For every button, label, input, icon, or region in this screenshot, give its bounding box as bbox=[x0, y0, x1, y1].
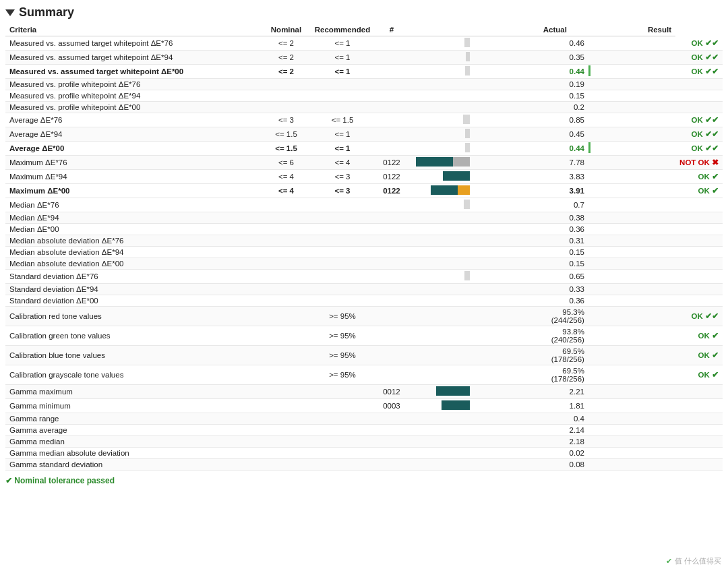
recommended-cell bbox=[310, 79, 375, 90]
recommended-cell bbox=[310, 284, 375, 295]
nominal-cell bbox=[262, 326, 310, 346]
actual-cell: 7.78 bbox=[473, 156, 587, 170]
nominal-cell bbox=[262, 448, 310, 459]
green-line-cell bbox=[587, 270, 675, 284]
bar-cell bbox=[408, 142, 472, 156]
bar-cell bbox=[408, 448, 472, 459]
bar-cell bbox=[408, 425, 472, 436]
result-cell bbox=[675, 399, 723, 413]
hash-cell bbox=[375, 459, 408, 471]
nominal-cell: <= 1.5 bbox=[262, 142, 310, 156]
green-line-cell bbox=[587, 307, 675, 326]
criteria-cell: Median absolute deviation ΔE*76 bbox=[5, 235, 262, 247]
green-line-cell bbox=[587, 258, 675, 270]
hash-cell bbox=[375, 448, 408, 459]
nominal-cell bbox=[262, 385, 310, 399]
hash-cell: 0122 bbox=[375, 156, 408, 170]
criteria-cell: Median ΔE*94 bbox=[5, 212, 262, 224]
page-title: Summary bbox=[19, 5, 74, 20]
nominal-cell bbox=[262, 346, 310, 365]
actual-cell: 0.2 bbox=[473, 102, 587, 113]
actual-cell: 0.85 bbox=[473, 113, 587, 127]
criteria-cell: Maximum ΔE*00 bbox=[5, 184, 262, 198]
actual-cell: 2.21 bbox=[473, 385, 587, 399]
green-line-cell bbox=[587, 235, 675, 247]
result-cell bbox=[675, 448, 723, 459]
nominal-cell bbox=[262, 102, 310, 113]
criteria-cell: Gamma median absolute deviation bbox=[5, 448, 262, 459]
result-cell: OK ✔✔ bbox=[675, 142, 723, 156]
bar-cell bbox=[408, 79, 472, 90]
green-line-cell bbox=[587, 224, 675, 235]
nominal-cell bbox=[262, 79, 310, 90]
bar-cell bbox=[408, 295, 472, 307]
result-cell: OK ✔✔ bbox=[675, 65, 723, 79]
nominal-cell bbox=[262, 399, 310, 413]
criteria-cell: Calibration green tone values bbox=[5, 326, 262, 346]
actual-cell: 69.5%(178/256) bbox=[473, 365, 587, 385]
green-line-cell bbox=[587, 51, 675, 65]
col-nominal: Nominal bbox=[262, 24, 310, 36]
nominal-cell bbox=[262, 459, 310, 471]
result-cell: NOT OK ✖ bbox=[675, 156, 723, 170]
green-line-cell bbox=[587, 346, 675, 365]
bar-cell bbox=[408, 413, 472, 425]
bar-cell bbox=[408, 36, 472, 51]
actual-cell: 2.14 bbox=[473, 425, 587, 436]
nominal-cell bbox=[262, 307, 310, 326]
hash-cell bbox=[375, 326, 408, 346]
col-result: Result bbox=[587, 24, 675, 36]
actual-cell: 0.15 bbox=[473, 247, 587, 258]
green-line-cell bbox=[587, 448, 675, 459]
actual-cell: 95.3%(244/256) bbox=[473, 307, 587, 326]
hash-cell bbox=[375, 247, 408, 258]
bar-cell bbox=[408, 459, 472, 471]
green-line-cell bbox=[587, 365, 675, 385]
recommended-cell: >= 95% bbox=[310, 326, 375, 346]
result-cell bbox=[675, 270, 723, 284]
recommended-cell bbox=[310, 448, 375, 459]
hash-cell bbox=[375, 51, 408, 65]
hash-cell bbox=[375, 224, 408, 235]
recommended-cell bbox=[310, 385, 375, 399]
recommended-cell: <= 1 bbox=[310, 65, 375, 79]
actual-cell: 0.7 bbox=[473, 198, 587, 212]
nominal-cell bbox=[262, 413, 310, 425]
hash-cell: 0122 bbox=[375, 170, 408, 184]
green-line-cell bbox=[587, 65, 675, 79]
recommended-cell: <= 3 bbox=[310, 184, 375, 198]
bar-cell bbox=[408, 365, 472, 385]
nominal-cell bbox=[262, 295, 310, 307]
nominal-cell bbox=[262, 425, 310, 436]
actual-cell: 0.36 bbox=[473, 224, 587, 235]
result-cell bbox=[675, 284, 723, 295]
actual-cell: 0.44 bbox=[473, 142, 587, 156]
recommended-cell bbox=[310, 413, 375, 425]
result-cell: OK ✔ bbox=[675, 184, 723, 198]
criteria-cell: Gamma average bbox=[5, 425, 262, 436]
nominal-cell: <= 4 bbox=[262, 170, 310, 184]
green-line-cell bbox=[587, 142, 675, 156]
result-cell bbox=[675, 413, 723, 425]
criteria-cell: Median absolute deviation ΔE*94 bbox=[5, 247, 262, 258]
nominal-cell bbox=[262, 198, 310, 212]
bar-cell bbox=[408, 224, 472, 235]
recommended-cell bbox=[310, 258, 375, 270]
hash-cell: 0003 bbox=[375, 399, 408, 413]
hash-cell bbox=[375, 365, 408, 385]
criteria-cell: Average ΔE*00 bbox=[5, 142, 262, 156]
hash-cell bbox=[375, 425, 408, 436]
bar-cell bbox=[408, 399, 472, 413]
criteria-cell: Maximum ΔE*76 bbox=[5, 156, 262, 170]
criteria-cell: Calibration grayscale tone values bbox=[5, 365, 262, 385]
hash-cell bbox=[375, 113, 408, 127]
actual-cell: 0.38 bbox=[473, 212, 587, 224]
actual-cell: 0.4 bbox=[473, 413, 587, 425]
green-line-cell bbox=[587, 184, 675, 198]
result-cell bbox=[675, 258, 723, 270]
recommended-cell bbox=[310, 198, 375, 212]
criteria-cell: Measured vs. profile whitepoint ΔE*00 bbox=[5, 102, 262, 113]
green-line-cell bbox=[587, 156, 675, 170]
criteria-cell: Calibration red tone values bbox=[5, 307, 262, 326]
criteria-cell: Gamma maximum bbox=[5, 385, 262, 399]
